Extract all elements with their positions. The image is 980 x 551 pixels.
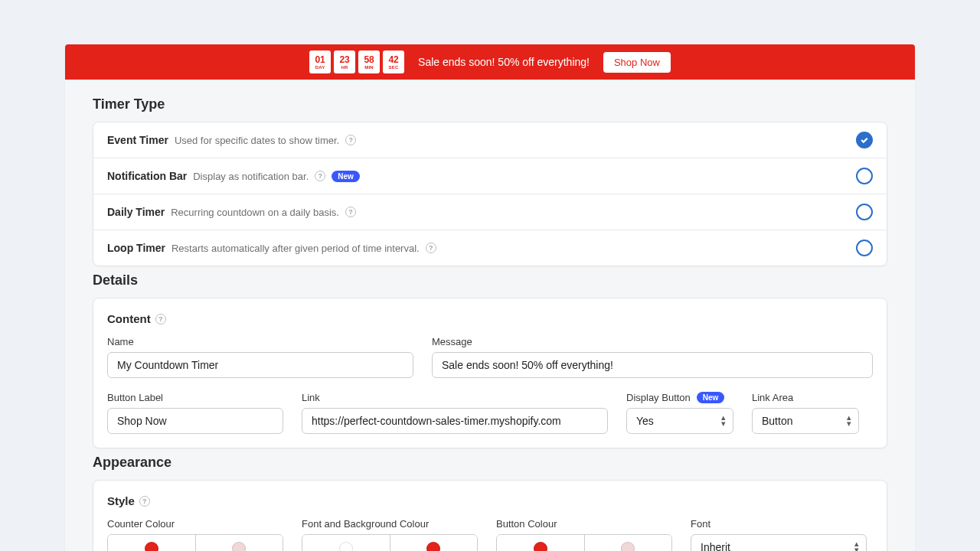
section-title-appearance: Appearance: [93, 455, 887, 471]
timer-lbl: SEC: [389, 65, 399, 70]
banner-message: Sale ends soon! 50% off everything!: [418, 56, 590, 68]
option-name: Notification Bar: [107, 170, 187, 182]
name-label: Name: [107, 336, 413, 347]
timer-num: 58: [364, 55, 374, 64]
option-name: Event Timer: [107, 134, 168, 146]
counter-colour-picker: [107, 534, 283, 551]
timer-num: 23: [339, 55, 349, 64]
colour-dot-icon: [232, 542, 246, 551]
button-label-label: Button Label: [107, 392, 283, 403]
font-bg-colour-picker: [302, 534, 478, 551]
colour-swatch[interactable]: [497, 535, 584, 551]
option-desc: Recurring countdown on a daily basis.: [171, 207, 339, 218]
timer-lbl: DAY: [315, 65, 325, 70]
details-card: Content ? Name Message: [93, 298, 887, 448]
help-icon[interactable]: ?: [315, 171, 325, 181]
font-bg-label: Font and Background Colour: [302, 518, 478, 530]
button-colour-picker: [496, 534, 672, 551]
colour-swatch[interactable]: [108, 535, 195, 551]
content-label: Content: [107, 312, 151, 325]
button-colour-label: Button Colour: [496, 518, 672, 530]
help-icon[interactable]: ?: [426, 243, 436, 253]
help-icon[interactable]: ?: [345, 207, 356, 217]
help-icon[interactable]: ?: [139, 496, 150, 507]
link-label: Link: [302, 392, 608, 403]
radio-icon[interactable]: [856, 168, 873, 184]
option-desc: Restarts automatically after given perio…: [172, 243, 420, 254]
timer-type-option-notification[interactable]: Notification Bar Display as notification…: [93, 158, 887, 194]
content-subheading: Content ?: [107, 312, 873, 325]
colour-dot-icon: [426, 542, 440, 551]
colour-dot-icon: [145, 542, 158, 551]
section-title-details: Details: [93, 272, 887, 289]
timer-box-min: 58 MIN: [358, 51, 380, 73]
style-label: Style: [107, 494, 135, 507]
button-label-input[interactable]: [107, 408, 283, 434]
display-button-label: Display Button New: [626, 392, 733, 403]
link-area-label: Link Area: [752, 392, 859, 403]
appearance-card: Style ? Counter Colour Font and Backgrou…: [93, 480, 887, 551]
timer-lbl: MIN: [364, 65, 374, 70]
radio-selected-icon[interactable]: [856, 132, 873, 148]
timer-box-hr: 23 HR: [334, 51, 355, 73]
radio-icon[interactable]: [856, 240, 873, 256]
timer-type-card: Event Timer Used for specific dates to s…: [93, 122, 887, 266]
promo-banner: 01 DAY 23 HR 58 MIN 42 SEC Sale ends soo…: [65, 44, 915, 80]
radio-icon[interactable]: [856, 204, 873, 220]
link-area-select[interactable]: Button: [752, 408, 859, 434]
colour-dot-icon: [621, 542, 635, 551]
timer-type-option-event[interactable]: Event Timer Used for specific dates to s…: [93, 122, 887, 158]
timer-box-sec: 42 SEC: [383, 51, 404, 73]
option-desc: Used for specific dates to show timer.: [175, 135, 339, 146]
colour-dot-icon: [339, 542, 353, 551]
font-select[interactable]: Inherit: [691, 534, 867, 551]
font-label: Font: [691, 518, 867, 530]
colour-swatch[interactable]: [390, 535, 478, 551]
link-input[interactable]: [302, 408, 608, 434]
countdown-timer: 01 DAY 23 HR 58 MIN 42 SEC: [309, 51, 404, 73]
app-shell: 01 DAY 23 HR 58 MIN 42 SEC Sale ends soo…: [65, 44, 915, 551]
colour-swatch[interactable]: [195, 535, 283, 551]
counter-colour-label: Counter Colour: [107, 518, 283, 530]
option-name: Loop Timer: [107, 242, 165, 254]
display-button-select[interactable]: Yes: [626, 408, 733, 434]
style-subheading: Style ?: [107, 494, 873, 507]
colour-swatch[interactable]: [302, 535, 390, 551]
display-button-label-text: Display Button: [626, 392, 691, 403]
colour-swatch[interactable]: [584, 535, 672, 551]
timer-type-option-daily[interactable]: Daily Timer Recurring countdown on a dai…: [93, 194, 887, 230]
colour-dot-icon: [534, 542, 547, 551]
name-input[interactable]: [107, 352, 413, 378]
help-icon[interactable]: ?: [155, 314, 166, 324]
page-content: Timer Type Event Timer Used for specific…: [65, 80, 915, 551]
new-badge: New: [332, 171, 360, 182]
message-label: Message: [432, 336, 873, 347]
timer-num: 01: [315, 55, 325, 64]
shop-now-button[interactable]: Shop Now: [603, 52, 671, 73]
timer-num: 42: [388, 55, 398, 64]
message-input[interactable]: [432, 352, 873, 378]
help-icon[interactable]: ?: [345, 135, 356, 145]
option-desc: Display as notification bar.: [193, 171, 309, 182]
timer-type-option-loop[interactable]: Loop Timer Restarts automatically after …: [93, 230, 887, 266]
timer-lbl: HR: [341, 65, 348, 70]
timer-box-day: 01 DAY: [309, 51, 331, 73]
section-title-timer-type: Timer Type: [93, 96, 887, 112]
new-badge: New: [697, 392, 725, 403]
option-name: Daily Timer: [107, 206, 165, 218]
